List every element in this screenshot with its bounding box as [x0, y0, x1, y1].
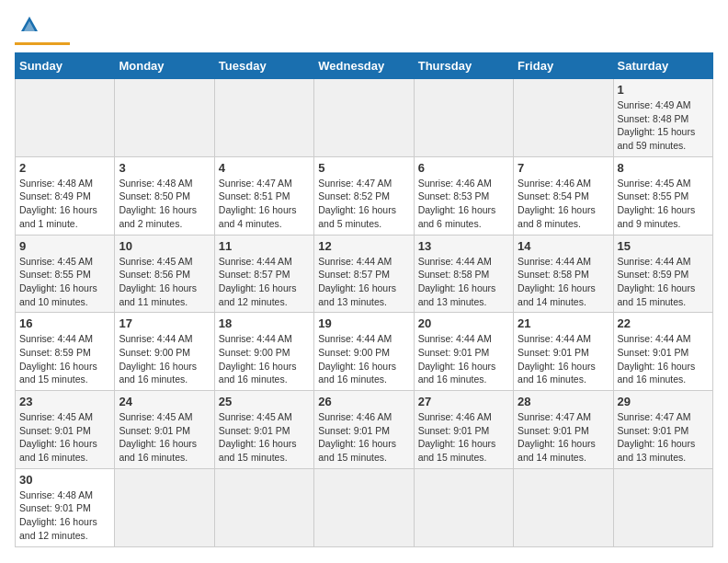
- week-row-0: 1Sunrise: 4:49 AM Sunset: 8:48 PM Daylig…: [16, 79, 713, 157]
- calendar-table: SundayMondayTuesdayWednesdayThursdayFrid…: [15, 52, 713, 547]
- week-row-3: 16Sunrise: 4:44 AM Sunset: 8:59 PM Dayli…: [16, 313, 713, 391]
- day-info: Sunrise: 4:44 AM Sunset: 8:59 PM Dayligh…: [618, 255, 709, 309]
- day-cell: 20Sunrise: 4:44 AM Sunset: 9:01 PM Dayli…: [414, 313, 513, 391]
- header-cell-sunday: Sunday: [16, 53, 115, 79]
- day-info: Sunrise: 4:49 AM Sunset: 8:48 PM Dayligh…: [618, 98, 709, 153]
- day-number: 25: [219, 395, 310, 408]
- day-number: 24: [119, 395, 210, 408]
- day-cell: [214, 468, 313, 546]
- day-number: 21: [518, 316, 609, 330]
- day-number: 2: [19, 161, 110, 175]
- day-info: Sunrise: 4:44 AM Sunset: 9:00 PM Dayligh…: [119, 332, 210, 386]
- day-number: 27: [418, 395, 509, 408]
- day-number: 13: [418, 239, 509, 253]
- header-row: SundayMondayTuesdayWednesdayThursdayFrid…: [16, 53, 713, 79]
- day-info: Sunrise: 4:44 AM Sunset: 8:58 PM Dayligh…: [418, 255, 509, 309]
- day-cell: 7Sunrise: 4:46 AM Sunset: 8:54 PM Daylig…: [514, 156, 613, 235]
- day-info: Sunrise: 4:44 AM Sunset: 9:01 PM Dayligh…: [618, 332, 709, 386]
- day-cell: 26Sunrise: 4:46 AM Sunset: 9:01 PM Dayli…: [314, 391, 414, 469]
- day-info: Sunrise: 4:44 AM Sunset: 9:00 PM Dayligh…: [318, 332, 409, 386]
- day-info: Sunrise: 4:44 AM Sunset: 9:00 PM Dayligh…: [219, 332, 310, 386]
- day-cell: 24Sunrise: 4:45 AM Sunset: 9:01 PM Dayli…: [115, 391, 214, 469]
- day-cell: [514, 79, 613, 157]
- day-number: 17: [119, 316, 210, 330]
- day-info: Sunrise: 4:46 AM Sunset: 9:01 PM Dayligh…: [318, 410, 409, 465]
- day-cell: 16Sunrise: 4:44 AM Sunset: 8:59 PM Dayli…: [16, 313, 115, 391]
- day-info: Sunrise: 4:48 AM Sunset: 8:49 PM Dayligh…: [19, 177, 110, 231]
- day-cell: 11Sunrise: 4:44 AM Sunset: 8:57 PM Dayli…: [214, 235, 313, 313]
- day-cell: [514, 468, 613, 546]
- header-cell-friday: Friday: [514, 53, 613, 79]
- day-number: 20: [418, 316, 509, 330]
- day-number: 4: [219, 161, 310, 175]
- day-number: 15: [618, 239, 709, 253]
- day-number: 12: [318, 239, 409, 253]
- day-info: Sunrise: 4:45 AM Sunset: 9:01 PM Dayligh…: [219, 410, 310, 465]
- day-cell: 25Sunrise: 4:45 AM Sunset: 9:01 PM Dayli…: [214, 391, 313, 469]
- header-cell-monday: Monday: [115, 53, 214, 79]
- day-cell: 30Sunrise: 4:48 AM Sunset: 9:01 PM Dayli…: [16, 468, 115, 546]
- day-cell: 15Sunrise: 4:44 AM Sunset: 8:59 PM Dayli…: [613, 235, 712, 313]
- day-cell: 17Sunrise: 4:44 AM Sunset: 9:00 PM Dayli…: [115, 313, 214, 391]
- day-cell: [16, 79, 115, 157]
- day-cell: 27Sunrise: 4:46 AM Sunset: 9:01 PM Dayli…: [414, 391, 513, 469]
- day-cell: 3Sunrise: 4:48 AM Sunset: 8:50 PM Daylig…: [115, 156, 214, 235]
- day-info: Sunrise: 4:48 AM Sunset: 9:01 PM Dayligh…: [19, 488, 110, 543]
- day-number: 28: [518, 395, 609, 408]
- day-info: Sunrise: 4:46 AM Sunset: 8:53 PM Dayligh…: [418, 177, 509, 231]
- logo: [15, 15, 70, 45]
- day-number: 19: [318, 316, 409, 330]
- day-cell: 29Sunrise: 4:47 AM Sunset: 9:01 PM Dayli…: [613, 391, 712, 469]
- day-info: Sunrise: 4:44 AM Sunset: 9:01 PM Dayligh…: [418, 332, 509, 386]
- day-number: 23: [19, 395, 110, 408]
- day-info: Sunrise: 4:45 AM Sunset: 8:56 PM Dayligh…: [119, 255, 210, 309]
- day-info: Sunrise: 4:47 AM Sunset: 8:51 PM Dayligh…: [219, 177, 310, 231]
- day-info: Sunrise: 4:48 AM Sunset: 8:50 PM Dayligh…: [119, 177, 210, 231]
- day-cell: 28Sunrise: 4:47 AM Sunset: 9:01 PM Dayli…: [514, 391, 613, 469]
- day-info: Sunrise: 4:45 AM Sunset: 8:55 PM Dayligh…: [618, 177, 709, 231]
- day-cell: [414, 468, 513, 546]
- day-cell: 18Sunrise: 4:44 AM Sunset: 9:00 PM Dayli…: [214, 313, 313, 391]
- day-cell: 6Sunrise: 4:46 AM Sunset: 8:53 PM Daylig…: [414, 156, 513, 235]
- header-cell-thursday: Thursday: [414, 53, 513, 79]
- page-header: [15, 15, 713, 45]
- day-info: Sunrise: 4:44 AM Sunset: 8:57 PM Dayligh…: [219, 255, 310, 309]
- day-info: Sunrise: 4:44 AM Sunset: 8:59 PM Dayligh…: [19, 332, 110, 386]
- header-cell-saturday: Saturday: [613, 53, 712, 79]
- day-info: Sunrise: 4:47 AM Sunset: 9:01 PM Dayligh…: [518, 410, 609, 465]
- week-row-1: 2Sunrise: 4:48 AM Sunset: 8:49 PM Daylig…: [16, 156, 713, 235]
- logo-underline: [15, 42, 70, 45]
- day-info: Sunrise: 4:47 AM Sunset: 8:52 PM Dayligh…: [318, 177, 409, 231]
- week-row-5: 30Sunrise: 4:48 AM Sunset: 9:01 PM Dayli…: [16, 468, 713, 546]
- day-info: Sunrise: 4:45 AM Sunset: 8:55 PM Dayligh…: [19, 255, 110, 309]
- day-cell: 23Sunrise: 4:45 AM Sunset: 9:01 PM Dayli…: [16, 391, 115, 469]
- day-cell: 12Sunrise: 4:44 AM Sunset: 8:57 PM Dayli…: [314, 235, 414, 313]
- logo-icon: [19, 15, 40, 35]
- day-cell: 9Sunrise: 4:45 AM Sunset: 8:55 PM Daylig…: [16, 235, 115, 313]
- day-cell: [214, 79, 313, 157]
- day-number: 6: [418, 161, 509, 175]
- day-cell: [613, 468, 712, 546]
- day-info: Sunrise: 4:45 AM Sunset: 9:01 PM Dayligh…: [19, 410, 110, 465]
- day-number: 5: [318, 161, 409, 175]
- day-number: 18: [219, 316, 310, 330]
- week-row-2: 9Sunrise: 4:45 AM Sunset: 8:55 PM Daylig…: [16, 235, 713, 313]
- day-cell: [115, 468, 214, 546]
- day-cell: 2Sunrise: 4:48 AM Sunset: 8:49 PM Daylig…: [16, 156, 115, 235]
- day-cell: 19Sunrise: 4:44 AM Sunset: 9:00 PM Dayli…: [314, 313, 414, 391]
- day-number: 22: [618, 316, 709, 330]
- logo-text: [15, 15, 40, 40]
- day-info: Sunrise: 4:46 AM Sunset: 8:54 PM Dayligh…: [518, 177, 609, 231]
- day-number: 26: [318, 395, 409, 408]
- day-info: Sunrise: 4:46 AM Sunset: 9:01 PM Dayligh…: [418, 410, 509, 465]
- day-number: 14: [518, 239, 609, 253]
- day-cell: 10Sunrise: 4:45 AM Sunset: 8:56 PM Dayli…: [115, 235, 214, 313]
- day-cell: 13Sunrise: 4:44 AM Sunset: 8:58 PM Dayli…: [414, 235, 513, 313]
- day-number: 7: [518, 161, 609, 175]
- day-cell: 8Sunrise: 4:45 AM Sunset: 8:55 PM Daylig…: [613, 156, 712, 235]
- day-cell: 5Sunrise: 4:47 AM Sunset: 8:52 PM Daylig…: [314, 156, 414, 235]
- day-cell: 4Sunrise: 4:47 AM Sunset: 8:51 PM Daylig…: [214, 156, 313, 235]
- header-cell-tuesday: Tuesday: [214, 53, 313, 79]
- calendar-header: SundayMondayTuesdayWednesdayThursdayFrid…: [16, 53, 713, 79]
- day-cell: 22Sunrise: 4:44 AM Sunset: 9:01 PM Dayli…: [613, 313, 712, 391]
